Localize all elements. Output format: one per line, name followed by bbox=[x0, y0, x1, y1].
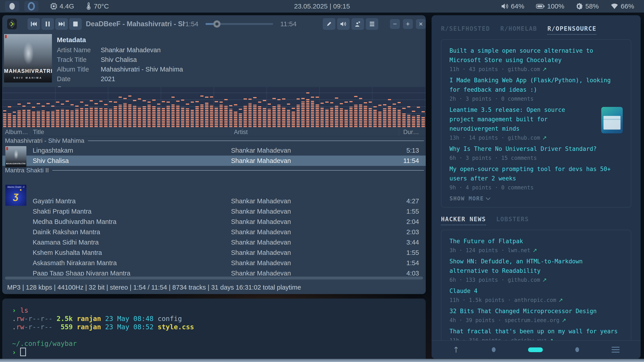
spectrum-bar bbox=[70, 87, 74, 127]
playlist-hscrollbar[interactable] bbox=[5, 277, 423, 280]
column-header-artist[interactable]: Artist bbox=[231, 128, 399, 136]
playlist-group: Mantra Shakti IIMantra Shakti - IIʒGayat… bbox=[2, 166, 426, 276]
volume-button[interactable] bbox=[337, 18, 350, 30]
feed-item-title[interactable]: That fractal that's been up on my wall f… bbox=[450, 327, 623, 336]
reddit-feed-item[interactable]: My open-source prompting tool for devs h… bbox=[450, 164, 623, 191]
feed-item-thumbnail[interactable] bbox=[601, 107, 623, 133]
pause-button[interactable] bbox=[42, 18, 54, 30]
feed-item-title[interactable]: Leantime 3.5 release: Open source projec… bbox=[450, 105, 623, 133]
om-symbol: ʒ bbox=[5, 190, 26, 201]
reddit-feed-item[interactable]: Built a simple open source alternative t… bbox=[450, 46, 623, 72]
workspace-indicator-active[interactable] bbox=[5, 1, 19, 12]
reddit-tab-r-selfhosted[interactable]: R/SELFHOSTED bbox=[441, 25, 490, 35]
album-art-title: MAHASHIVRATRI bbox=[4, 68, 52, 74]
spectrum-bar bbox=[320, 87, 324, 127]
track-duration: 4:03 bbox=[399, 270, 426, 276]
volume-indicator[interactable]: 64% bbox=[501, 3, 524, 10]
news-feed-item[interactable]: The Future of Flatpak3h · 124 points · l… bbox=[450, 237, 623, 254]
track-artist: Shankar Mahadevan bbox=[231, 157, 399, 164]
menu-icon[interactable] bbox=[612, 347, 620, 352]
spectrum-bar bbox=[138, 87, 141, 127]
track-row[interactable]: Shiv ChalisaShankar Mahadevan11:54 bbox=[2, 155, 426, 166]
glance-dashboard-panel: R/SELFHOSTEDR/HOMELABR/OPENSOURCE Built … bbox=[432, 15, 641, 359]
battery-indicator[interactable]: 100% bbox=[536, 3, 564, 10]
metadata-row: Genre bbox=[57, 84, 183, 87]
external-link-arrow-icon: ↗ bbox=[532, 247, 537, 254]
feed-item-title[interactable]: Show HN: Defuddle, an HTML-to-Markdown a… bbox=[450, 257, 623, 275]
spectrum-bar bbox=[51, 87, 54, 127]
page-dot[interactable] bbox=[492, 347, 496, 352]
stop-button[interactable] bbox=[69, 18, 82, 30]
page-dot-active[interactable] bbox=[528, 347, 543, 352]
track-title: Askasmath Nirakaran Mantra bbox=[30, 259, 231, 267]
feed-item-title[interactable]: Why Is There No Universal Driver Standar… bbox=[450, 144, 623, 153]
reddit-tab-r-homelab[interactable]: R/HOMELAB bbox=[500, 25, 537, 35]
news-feed-item[interactable]: 32 Bits That Changed Microprocessor Desi… bbox=[450, 306, 623, 323]
now-playing-title: DeaDBeeF - Mahashivratri - Shiv… bbox=[86, 20, 185, 28]
feed-item-title[interactable]: My open-source prompting tool for devs h… bbox=[450, 164, 623, 183]
scroll-top-button[interactable]: ↑ bbox=[452, 345, 459, 354]
feed-item-title[interactable]: Claude 4 bbox=[450, 286, 623, 296]
spectrum-bar bbox=[268, 87, 271, 127]
track-title: Lingashtakam bbox=[30, 147, 231, 154]
reddit-feed-item[interactable]: Leantime 3.5 release: Open source projec… bbox=[450, 105, 623, 141]
news-feed-item[interactable]: Show HN: Defuddle, an HTML-to-Markdown a… bbox=[450, 257, 623, 283]
news-tab-hacker-news[interactable]: HACKER NEWS bbox=[441, 216, 486, 225]
seek-slider[interactable] bbox=[206, 20, 273, 28]
track-row[interactable]: Medha Budhivardhan MantraShankar Mahadev… bbox=[2, 217, 426, 227]
column-header-album[interactable]: Album… bbox=[2, 128, 30, 136]
maximize-button[interactable]: + bbox=[403, 19, 413, 29]
seek-knob[interactable] bbox=[213, 20, 220, 28]
brightness-indicator[interactable]: 58% bbox=[576, 3, 599, 10]
plugins-button[interactable] bbox=[352, 18, 364, 30]
close-button[interactable]: × bbox=[416, 19, 426, 29]
workspace-indicator-inactive[interactable] bbox=[24, 1, 38, 12]
spectrum-bar bbox=[350, 87, 352, 127]
track-row[interactable]: Kshem Kushalta MantraShankar Mahadevan1:… bbox=[2, 247, 426, 258]
column-header-title[interactable]: Title bbox=[30, 128, 231, 136]
track-row[interactable]: Kaamana Sidhi MantraShankar Mahadevan3:4… bbox=[2, 237, 426, 247]
playlist-menu-button[interactable] bbox=[366, 18, 378, 30]
minimize-button[interactable]: − bbox=[390, 19, 400, 29]
spectrum-bar bbox=[224, 87, 228, 127]
feed-item-title[interactable]: The Future of Flatpak bbox=[450, 237, 623, 246]
spectrum-bar bbox=[311, 87, 314, 127]
show-more-button[interactable]: SHOW MORE bbox=[450, 195, 623, 202]
column-header-dur[interactable]: Dur… bbox=[399, 128, 426, 136]
track-row[interactable]: Askasmath Nirakaran MantraShankar Mahade… bbox=[2, 258, 426, 268]
playlist-body: Mahashivratri - Shiv MahimaMAHASHIVRATRI… bbox=[2, 136, 426, 276]
spectrum-analyzer bbox=[2, 87, 426, 128]
next-track-button[interactable] bbox=[55, 18, 68, 30]
spectrum-bar bbox=[325, 87, 328, 127]
feed-item-title[interactable]: Built a simple open source alternative t… bbox=[450, 46, 623, 65]
spectrum-bar bbox=[417, 87, 420, 127]
previous-track-button[interactable] bbox=[28, 18, 40, 30]
deadbeef-player-window: DeaDBeeF - Mahashivratri - Shiv… 1:54 11… bbox=[2, 15, 426, 294]
spectrum-bar bbox=[344, 87, 348, 127]
spectrum-bar bbox=[316, 87, 319, 127]
reddit-feed-item[interactable]: I Made Banking Web App (Flask/Python), l… bbox=[450, 76, 623, 102]
feed-item-title[interactable]: 32 Bits That Changed Microprocessor Desi… bbox=[450, 306, 623, 316]
feed-item-title[interactable]: I Made Banking Web App (Flask/Python), l… bbox=[450, 76, 623, 94]
spectrum-bar bbox=[104, 87, 107, 127]
playlist-column-header[interactable]: Album…TitleArtistDur… bbox=[2, 128, 426, 136]
spectrum-bar bbox=[340, 87, 343, 127]
news-feed-item[interactable]: Claude 411h · 1.5k points · anthropic.co… bbox=[450, 286, 623, 303]
page-dot[interactable] bbox=[575, 347, 579, 352]
track-row[interactable]: Shakti Prapti MantraShankar Mahadevan1:5… bbox=[2, 206, 426, 217]
edit-button[interactable] bbox=[323, 18, 335, 30]
reddit-feed-item[interactable]: Why Is There No Universal Driver Standar… bbox=[450, 144, 623, 161]
spectrum-bar bbox=[166, 87, 170, 127]
terminal-window[interactable]: › ls.rw-r--r-- 2.5k ranjan 23 May 08:48 … bbox=[2, 299, 426, 362]
news-tab-lobsters[interactable]: LOBSTERS bbox=[496, 216, 529, 225]
spectrum-bar bbox=[128, 87, 132, 127]
track-row[interactable]: Gayatri MantraShankar Mahadevan4:27 bbox=[2, 196, 426, 206]
network-indicator[interactable]: 66% bbox=[610, 3, 634, 10]
spectrum-bar bbox=[42, 87, 45, 127]
reddit-tab-r-opensource[interactable]: R/OPENSOURCE bbox=[547, 25, 596, 35]
track-row[interactable]: Dainik Rakshan MantraShankar Mahadevan2:… bbox=[2, 227, 426, 237]
track-row[interactable]: Paap Taap Shaap Nivaran MantraShankar Ma… bbox=[2, 268, 426, 276]
album-art-thumbnail: Mantra Shakti - IIʒ bbox=[5, 185, 26, 206]
cpu-chip-icon bbox=[50, 2, 58, 10]
track-row[interactable]: LingashtakamShankar Mahadevan5:13 bbox=[2, 145, 426, 155]
